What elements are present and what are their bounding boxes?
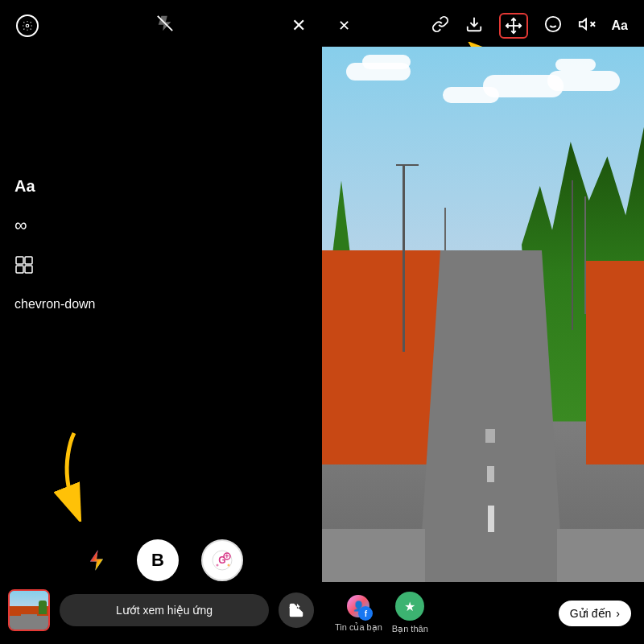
road-surface — [419, 250, 564, 582]
road-marking-1 — [488, 506, 493, 532]
left-panel: ✕ Aa ∞ chevron-down — [0, 0, 322, 644]
close-icon-right[interactable]: ✕ — [338, 17, 350, 35]
svg-rect-5 — [25, 266, 32, 273]
top-icons-group: Aa — [431, 13, 628, 39]
share-best-friends[interactable]: ★ Bạn thân — [392, 592, 428, 634]
settings-icon[interactable] — [16, 14, 39, 37]
your-story-avatar: 👤 f — [345, 593, 371, 619]
pole-right-1 — [572, 180, 573, 330]
share-your-story[interactable]: 👤 f Tin của bạn — [335, 593, 382, 633]
cloud-4 — [555, 59, 596, 71]
send-button-label: Gửi đến — [570, 607, 611, 620]
pole-left-1 — [402, 164, 405, 352]
bottom-right-bar: 👤 f Tin của bạn ★ Bạn thân Gửi đến › — [322, 582, 644, 644]
main-image — [322, 47, 644, 582]
send-arrow-icon: › — [616, 607, 620, 620]
cloud-6 — [483, 75, 564, 97]
road-marking-3 — [485, 429, 496, 442]
share-options: 👤 f Tin của bạn ★ Bạn thân — [335, 592, 428, 634]
flash-off-icon[interactable] — [156, 14, 174, 37]
your-story-label: Tin của bạn — [335, 622, 382, 633]
sticker-icon[interactable] — [544, 15, 562, 36]
cloud-2 — [362, 55, 411, 69]
svg-rect-3 — [25, 257, 32, 264]
thumbnail-image — [10, 591, 48, 630]
road-shoulder-left — [322, 529, 425, 583]
wire-left-1 — [396, 164, 419, 166]
camera-swap-button[interactable] — [279, 592, 314, 628]
send-button[interactable]: Gửi đến › — [559, 601, 631, 626]
facebook-badge: f — [358, 606, 373, 621]
text-tool-icon[interactable]: Aa — [612, 19, 628, 33]
road-marking-2 — [487, 466, 494, 483]
thumbnail-preview[interactable] — [8, 589, 50, 631]
effect-button[interactable]: Lướt xem hiệu ứng — [60, 594, 269, 626]
close-icon-left[interactable]: ✕ — [291, 15, 306, 36]
audio-icon[interactable] — [578, 15, 596, 36]
effect-icons-row: B G + — [8, 533, 314, 589]
grid-layout-icon[interactable] — [14, 255, 96, 278]
svg-point-13 — [217, 564, 219, 567]
chevron-down-icon[interactable]: chevron-down — [14, 297, 96, 312]
svg-point-14 — [228, 564, 230, 567]
left-sidebar: Aa ∞ chevron-down — [14, 177, 96, 312]
move-icon[interactable] — [499, 13, 528, 39]
effect-row: Lướt xem hiệu ứng — [8, 589, 314, 631]
pole-right-2 — [584, 196, 586, 314]
right-panel: ✕ — [322, 0, 644, 644]
sparkle-effect-icon[interactable]: G + — [201, 539, 243, 581]
svg-rect-4 — [16, 266, 23, 273]
top-right-bar: ✕ — [322, 0, 644, 47]
top-left-bar: ✕ — [0, 0, 322, 45]
bolt-effect-icon[interactable] — [79, 543, 114, 578]
effect-button-label: Lướt xem hiệu ứng — [116, 604, 213, 617]
svg-point-0 — [26, 24, 29, 27]
svg-point-19 — [545, 17, 559, 31]
svg-marker-8 — [90, 550, 103, 571]
best-friends-label: Bạn thân — [392, 624, 428, 634]
beauty-label: B — [151, 550, 164, 571]
text-style-icon[interactable]: Aa — [14, 177, 96, 196]
yellow-arrow-down — [50, 425, 98, 525]
road-scene — [322, 47, 644, 582]
best-friends-icon: ★ — [395, 592, 424, 621]
road-shoulder-right — [557, 529, 644, 583]
svg-marker-22 — [579, 19, 585, 30]
bottom-area: B G + — [0, 525, 322, 644]
download-icon[interactable] — [465, 15, 483, 36]
dirt-right — [586, 261, 644, 464]
beauty-icon[interactable]: B — [137, 539, 179, 581]
infinity-icon[interactable]: ∞ — [14, 215, 96, 236]
link-icon[interactable] — [431, 15, 449, 36]
svg-rect-2 — [16, 257, 23, 264]
